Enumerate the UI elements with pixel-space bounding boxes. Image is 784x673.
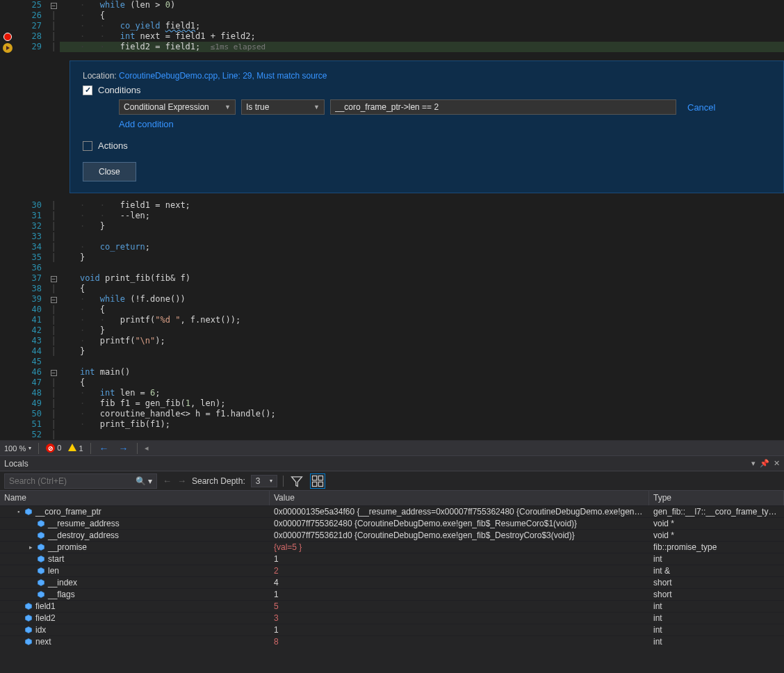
svg-marker-12 <box>26 603 32 610</box>
zoom-level[interactable]: 100 %▾ <box>4 444 31 453</box>
filter-icon[interactable] <box>289 473 304 489</box>
condition-operator-dropdown[interactable]: Is true▼ <box>241 99 325 115</box>
svg-marker-9 <box>38 568 44 574</box>
svg-rect-0 <box>313 476 317 480</box>
view-mode-icon[interactable] <box>310 473 325 489</box>
conditions-checkbox[interactable] <box>83 86 92 95</box>
locals-row[interactable]: __destroy_address0x00007ff7553621d0 {Cor… <box>0 529 784 541</box>
code-editor-top[interactable]: 2526272829−││││ · while (len > 0) · { · … <box>0 0 784 54</box>
add-condition-link[interactable]: Add condition <box>119 119 174 129</box>
window-dropdown-icon[interactable]: ▾ <box>751 459 756 468</box>
locals-row[interactable]: idx1int <box>0 624 784 635</box>
locals-panel-title: Locals ▾ 📌 ✕ <box>0 455 784 471</box>
locals-search-box[interactable]: 🔍 ▾ <box>4 473 157 489</box>
svg-marker-14 <box>26 627 32 633</box>
nav-caret-icon: ◂ <box>145 444 149 453</box>
warning-count[interactable]: 1 <box>68 444 83 453</box>
locals-toolbar: 🔍 ▾ ← → Search Depth: 3▾ <box>0 471 784 490</box>
location-label: Location: <box>83 71 117 81</box>
error-count[interactable]: ⊘ 0 <box>46 444 61 453</box>
close-icon[interactable]: ✕ <box>774 459 780 468</box>
condition-type-dropdown[interactable]: Conditional Expression▼ <box>119 99 236 115</box>
cancel-link[interactable]: Cancel <box>687 102 715 113</box>
svg-marker-11 <box>38 592 44 598</box>
actions-label: Actions <box>98 140 128 151</box>
code-editor-bottom[interactable]: 3031323334353637383940414243444546474849… <box>0 200 784 440</box>
locals-row[interactable]: field15int <box>0 600 784 612</box>
column-type[interactable]: Type <box>649 491 784 505</box>
svg-marker-8 <box>38 556 44 562</box>
locals-search-input[interactable] <box>5 476 131 486</box>
search-next-icon[interactable]: → <box>177 476 186 486</box>
search-depth-label: Search Depth: <box>192 476 245 486</box>
svg-marker-6 <box>38 533 44 539</box>
close-button[interactable]: Close <box>83 162 136 181</box>
column-value[interactable]: Value <box>270 491 649 505</box>
svg-rect-1 <box>319 476 323 480</box>
locals-row[interactable]: __flags1short <box>0 588 784 600</box>
search-icon[interactable]: 🔍 ▾ <box>131 476 156 486</box>
svg-marker-13 <box>26 615 32 622</box>
location-link[interactable]: CoroutineDebugDemo.cpp, Line: 29, Must m… <box>119 71 327 81</box>
svg-rect-2 <box>313 482 317 486</box>
column-name[interactable]: Name <box>0 491 270 505</box>
locals-row[interactable]: start1int <box>0 553 784 565</box>
locals-title-text: Locals <box>4 459 28 469</box>
svg-marker-7 <box>38 544 44 551</box>
svg-marker-10 <box>38 580 44 586</box>
search-depth-dropdown[interactable]: 3▾ <box>251 475 278 487</box>
nav-forward-icon[interactable]: → <box>117 443 130 454</box>
nav-back-icon[interactable]: ← <box>98 443 111 454</box>
actions-checkbox[interactable] <box>83 141 92 151</box>
search-prev-icon[interactable]: ← <box>163 476 172 486</box>
locals-grid-body[interactable]: ▪__coro_frame_ptr0x00000135e5a34f60 {__r… <box>0 505 784 673</box>
svg-marker-4 <box>26 509 32 515</box>
svg-marker-5 <box>38 521 44 527</box>
conditions-label: Conditions <box>98 85 140 95</box>
locals-row[interactable]: ▪__coro_frame_ptr0x00000135e5a34f60 {__r… <box>0 505 784 517</box>
locals-row[interactable]: next8int <box>0 635 784 647</box>
locals-row[interactable]: __index4short <box>0 576 784 588</box>
breakpoint-settings-panel: Location: CoroutineDebugDemo.cpp, Line: … <box>70 60 784 193</box>
editor-status-bar: 100 %▾ ⊘ 0 1 ← → ◂ <box>0 440 784 455</box>
svg-marker-15 <box>26 639 32 645</box>
locals-grid-header: Name Value Type <box>0 490 784 505</box>
locals-row[interactable]: field23int <box>0 612 784 624</box>
locals-row[interactable]: ▸__promise{val=5 }fib::promise_type <box>0 541 784 553</box>
condition-expression-input[interactable] <box>330 99 676 115</box>
locals-row[interactable]: len2int & <box>0 565 784 576</box>
svg-rect-3 <box>319 482 323 486</box>
pin-icon[interactable]: 📌 <box>760 459 769 468</box>
locals-row[interactable]: __resume_address0x00007ff755362480 {Coro… <box>0 517 784 529</box>
